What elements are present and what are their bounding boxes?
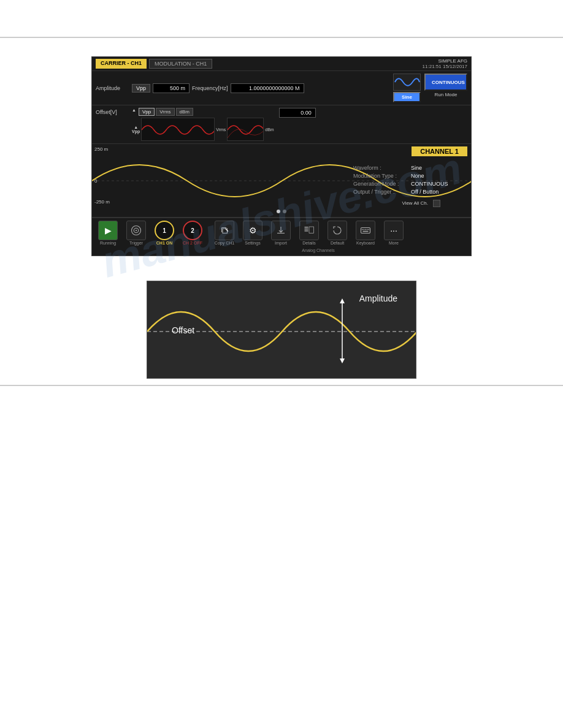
ch-waveform-value: Sine: [411, 165, 422, 171]
amplitude-unit-button[interactable]: Vpp: [132, 84, 150, 93]
unit-dbm-button[interactable]: dBm: [176, 108, 193, 116]
offset-label: Offset[V]: [96, 108, 129, 115]
svg-rect-10: [364, 229, 365, 230]
svg-rect-12: [367, 229, 368, 230]
diagram-amplitude-label: Amplitude: [359, 294, 397, 303]
toolbar-copy-button[interactable]: Copy CH1: [212, 221, 237, 245]
top-rule: [0, 37, 563, 38]
trigger-icon: [126, 221, 146, 240]
svg-rect-6: [305, 230, 308, 232]
keyboard-icon: [356, 221, 375, 240]
play-icon: ▶: [98, 221, 118, 240]
copy-icon: [215, 221, 234, 240]
trigger-label: Trigger: [129, 241, 143, 245]
svg-rect-5: [305, 229, 308, 230]
sine-button[interactable]: Sine: [393, 92, 421, 102]
page-container: CARRIER - CH1 MODULATION - CH1 SIMPLE AF…: [0, 37, 563, 728]
more-label: More: [389, 241, 399, 245]
unit-vpp-button[interactable]: Vpp: [139, 108, 155, 116]
toolbar-settings-button[interactable]: ⚙ Settings: [240, 221, 265, 245]
channel-info-panel: Waveform : Sine Modulation Type : None G…: [348, 161, 471, 217]
afg-title: SIMPLE AFG: [438, 58, 467, 64]
ch-modulation-value: None: [411, 173, 424, 179]
ch-modulation-row: Modulation Type : None: [353, 173, 466, 179]
continuous-button[interactable]: CONTINUOUS: [424, 74, 467, 91]
frequency-label: Frequency[Hz]: [192, 85, 228, 91]
toolbar-ch1-button[interactable]: 1 CH1 ON: [152, 221, 177, 245]
ch-output-value: Off / Button: [411, 189, 439, 195]
afg-tabs: CARRIER - CH1 MODULATION - CH1: [96, 59, 212, 69]
svg-rect-7: [309, 227, 314, 233]
ch1-circle: 1: [155, 221, 174, 240]
toolbar-trigger-button[interactable]: Trigger: [124, 221, 148, 245]
amplitude-value-box[interactable]: 500 m: [153, 83, 190, 93]
ch-waveform-row: Waveform : Sine: [353, 165, 466, 171]
offset-value-box[interactable]: 0.00: [279, 108, 316, 118]
toolbar-running-button[interactable]: ▶ Running: [96, 221, 120, 245]
more-icon: ···: [384, 221, 404, 240]
default-icon: [327, 221, 347, 240]
channel1-badge: CHANNEL 1: [412, 146, 467, 156]
afg-datetime: 11:21:51 15/12/2017: [423, 64, 467, 69]
ch-output-row: Output / Trigger : Off / Button: [353, 189, 466, 195]
runmode-label: Run Mode: [424, 92, 467, 102]
running-label: Running: [100, 241, 116, 245]
toolbar-ch2-button[interactable]: 2 CH 2 OFF: [180, 221, 205, 245]
import-label: Import: [275, 241, 287, 245]
details-label: Details: [302, 241, 315, 245]
ch2-circle: 2: [183, 221, 202, 240]
toolbar-details-button[interactable]: Details: [297, 221, 321, 245]
svg-rect-13: [369, 229, 370, 230]
svg-rect-14: [363, 231, 369, 232]
svg-point-3: [136, 230, 137, 231]
frequency-value-box[interactable]: 1.0000000000000 M: [231, 83, 304, 93]
amplitude-label: Amplitude: [96, 85, 129, 91]
ch-output-label: Output / Trigger :: [353, 189, 408, 195]
afg-offset-row: Offset[V] ▲ Vpp Vrms dBm ▲ Vpp: [92, 105, 471, 144]
afg-toolbar: ▶ Running Trigger 1 CH1 ON: [92, 218, 471, 248]
svg-marker-18: [340, 358, 345, 363]
dot-1[interactable]: [277, 210, 280, 213]
tab-modulation[interactable]: MODULATION - CH1: [149, 59, 212, 69]
bottom-rule: [0, 385, 563, 386]
svg-rect-4: [305, 227, 308, 228]
settings-label: Settings: [245, 241, 260, 245]
import-icon: [271, 221, 291, 240]
ch-generation-row: Generation Mode : CONTINUOUS: [353, 181, 466, 187]
afg-scope-area: 250 m 0 -250 m CHANNEL 1 Waveform : Sine…: [92, 144, 471, 218]
afg-title-area: SIMPLE AFG 11:21:51 15/12/2017: [423, 58, 467, 69]
ch-modulation-label: Modulation Type :: [353, 173, 408, 179]
view-all-button[interactable]: View All Ch.: [402, 200, 428, 206]
details-icon: [299, 221, 319, 240]
settings-icon: ⚙: [243, 221, 262, 240]
waveform-icon-box[interactable]: [393, 74, 421, 91]
svg-rect-11: [365, 229, 366, 230]
scope-nav-dots: [277, 210, 286, 213]
toolbar-more-button[interactable]: ··· More: [381, 221, 406, 245]
ch1-label: CH1 ON: [156, 241, 172, 245]
toolbar-keyboard-button[interactable]: Keyboard: [353, 221, 378, 245]
svg-rect-9: [362, 229, 363, 230]
ch-generation-label: Generation Mode :: [353, 181, 408, 187]
svg-marker-17: [340, 298, 345, 303]
ch-generation-value: CONTINUOUS: [411, 181, 448, 187]
afg-amp-row: Amplitude Vpp 500 m Frequency[Hz] 1.0000…: [92, 71, 471, 105]
amplitude-offset-diagram: Amplitude Offset: [147, 281, 416, 379]
unit-vrms-button[interactable]: Vrms: [156, 108, 174, 116]
keyboard-label: Keyboard: [356, 241, 375, 245]
afg-screenshot: CARRIER - CH1 MODULATION - CH1 SIMPLE AF…: [91, 56, 472, 256]
toolbar-import-button[interactable]: Import: [269, 221, 293, 245]
diagram-offset-label: Offset: [172, 325, 194, 335]
ch2-label: CH 2 OFF: [183, 241, 202, 245]
analog-channels-label: Analog Channels: [302, 248, 334, 252]
ch-waveform-label: Waveform :: [353, 165, 408, 171]
copy-label: Copy CH1: [215, 241, 234, 245]
default-label: Default: [331, 241, 344, 245]
dot-2[interactable]: [283, 210, 286, 213]
view-all-checkbox[interactable]: [433, 200, 440, 207]
tab-carrier[interactable]: CARRIER - CH1: [96, 59, 147, 69]
toolbar-default-button[interactable]: Default: [325, 221, 350, 245]
afg-topbar: CARRIER - CH1 MODULATION - CH1 SIMPLE AF…: [92, 57, 471, 71]
svg-rect-8: [361, 228, 370, 233]
